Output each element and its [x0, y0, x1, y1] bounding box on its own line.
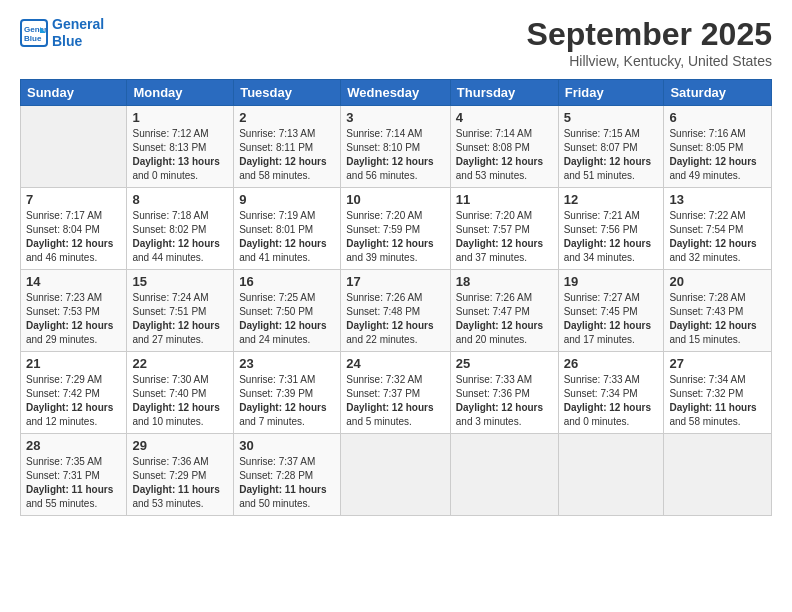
day-number: 22 — [132, 356, 228, 371]
day-info: Sunrise: 7:20 AMSunset: 7:57 PMDaylight:… — [456, 209, 553, 265]
day-number: 7 — [26, 192, 121, 207]
day-number: 1 — [132, 110, 228, 125]
calendar-cell: 3Sunrise: 7:14 AMSunset: 8:10 PMDaylight… — [341, 106, 451, 188]
col-wednesday: Wednesday — [341, 80, 451, 106]
calendar-table: Sunday Monday Tuesday Wednesday Thursday… — [20, 79, 772, 516]
day-number: 30 — [239, 438, 335, 453]
calendar-cell: 5Sunrise: 7:15 AMSunset: 8:07 PMDaylight… — [558, 106, 664, 188]
calendar-cell — [341, 434, 451, 516]
calendar-cell — [450, 434, 558, 516]
day-number: 3 — [346, 110, 445, 125]
day-number: 11 — [456, 192, 553, 207]
calendar-cell: 6Sunrise: 7:16 AMSunset: 8:05 PMDaylight… — [664, 106, 772, 188]
day-number: 9 — [239, 192, 335, 207]
day-number: 10 — [346, 192, 445, 207]
calendar-cell: 8Sunrise: 7:18 AMSunset: 8:02 PMDaylight… — [127, 188, 234, 270]
calendar-cell: 22Sunrise: 7:30 AMSunset: 7:40 PMDayligh… — [127, 352, 234, 434]
calendar-cell: 17Sunrise: 7:26 AMSunset: 7:48 PMDayligh… — [341, 270, 451, 352]
calendar-cell: 24Sunrise: 7:32 AMSunset: 7:37 PMDayligh… — [341, 352, 451, 434]
logo: General Blue General Blue — [20, 16, 104, 50]
day-info: Sunrise: 7:20 AMSunset: 7:59 PMDaylight:… — [346, 209, 445, 265]
calendar-cell: 14Sunrise: 7:23 AMSunset: 7:53 PMDayligh… — [21, 270, 127, 352]
calendar-cell — [664, 434, 772, 516]
col-thursday: Thursday — [450, 80, 558, 106]
day-info: Sunrise: 7:16 AMSunset: 8:05 PMDaylight:… — [669, 127, 766, 183]
calendar-cell: 25Sunrise: 7:33 AMSunset: 7:36 PMDayligh… — [450, 352, 558, 434]
day-number: 28 — [26, 438, 121, 453]
day-info: Sunrise: 7:35 AMSunset: 7:31 PMDaylight:… — [26, 455, 121, 511]
day-number: 24 — [346, 356, 445, 371]
header: General Blue General Blue September 2025… — [20, 16, 772, 69]
calendar-cell: 29Sunrise: 7:36 AMSunset: 7:29 PMDayligh… — [127, 434, 234, 516]
day-info: Sunrise: 7:30 AMSunset: 7:40 PMDaylight:… — [132, 373, 228, 429]
calendar-cell — [558, 434, 664, 516]
day-info: Sunrise: 7:34 AMSunset: 7:32 PMDaylight:… — [669, 373, 766, 429]
day-number: 4 — [456, 110, 553, 125]
calendar-week-3: 14Sunrise: 7:23 AMSunset: 7:53 PMDayligh… — [21, 270, 772, 352]
calendar-cell: 9Sunrise: 7:19 AMSunset: 8:01 PMDaylight… — [234, 188, 341, 270]
day-number: 2 — [239, 110, 335, 125]
col-saturday: Saturday — [664, 80, 772, 106]
day-number: 21 — [26, 356, 121, 371]
day-number: 8 — [132, 192, 228, 207]
day-number: 13 — [669, 192, 766, 207]
calendar-cell: 16Sunrise: 7:25 AMSunset: 7:50 PMDayligh… — [234, 270, 341, 352]
col-tuesday: Tuesday — [234, 80, 341, 106]
day-info: Sunrise: 7:32 AMSunset: 7:37 PMDaylight:… — [346, 373, 445, 429]
calendar-cell: 27Sunrise: 7:34 AMSunset: 7:32 PMDayligh… — [664, 352, 772, 434]
day-info: Sunrise: 7:31 AMSunset: 7:39 PMDaylight:… — [239, 373, 335, 429]
day-info: Sunrise: 7:22 AMSunset: 7:54 PMDaylight:… — [669, 209, 766, 265]
day-info: Sunrise: 7:29 AMSunset: 7:42 PMDaylight:… — [26, 373, 121, 429]
page: General Blue General Blue September 2025… — [0, 0, 792, 612]
col-friday: Friday — [558, 80, 664, 106]
day-info: Sunrise: 7:26 AMSunset: 7:47 PMDaylight:… — [456, 291, 553, 347]
day-number: 6 — [669, 110, 766, 125]
calendar-cell: 11Sunrise: 7:20 AMSunset: 7:57 PMDayligh… — [450, 188, 558, 270]
day-number: 14 — [26, 274, 121, 289]
calendar-cell: 21Sunrise: 7:29 AMSunset: 7:42 PMDayligh… — [21, 352, 127, 434]
day-number: 5 — [564, 110, 659, 125]
calendar-cell: 15Sunrise: 7:24 AMSunset: 7:51 PMDayligh… — [127, 270, 234, 352]
calendar-cell: 13Sunrise: 7:22 AMSunset: 7:54 PMDayligh… — [664, 188, 772, 270]
calendar-cell: 10Sunrise: 7:20 AMSunset: 7:59 PMDayligh… — [341, 188, 451, 270]
day-info: Sunrise: 7:21 AMSunset: 7:56 PMDaylight:… — [564, 209, 659, 265]
day-info: Sunrise: 7:18 AMSunset: 8:02 PMDaylight:… — [132, 209, 228, 265]
day-info: Sunrise: 7:36 AMSunset: 7:29 PMDaylight:… — [132, 455, 228, 511]
day-number: 23 — [239, 356, 335, 371]
calendar-week-5: 28Sunrise: 7:35 AMSunset: 7:31 PMDayligh… — [21, 434, 772, 516]
col-monday: Monday — [127, 80, 234, 106]
day-number: 20 — [669, 274, 766, 289]
day-info: Sunrise: 7:14 AMSunset: 8:08 PMDaylight:… — [456, 127, 553, 183]
day-number: 17 — [346, 274, 445, 289]
calendar-week-2: 7Sunrise: 7:17 AMSunset: 8:04 PMDaylight… — [21, 188, 772, 270]
day-info: Sunrise: 7:17 AMSunset: 8:04 PMDaylight:… — [26, 209, 121, 265]
day-info: Sunrise: 7:13 AMSunset: 8:11 PMDaylight:… — [239, 127, 335, 183]
calendar-header-row: Sunday Monday Tuesday Wednesday Thursday… — [21, 80, 772, 106]
calendar-cell: 23Sunrise: 7:31 AMSunset: 7:39 PMDayligh… — [234, 352, 341, 434]
day-info: Sunrise: 7:24 AMSunset: 7:51 PMDaylight:… — [132, 291, 228, 347]
title-block: September 2025 Hillview, Kentucky, Unite… — [527, 16, 772, 69]
day-number: 26 — [564, 356, 659, 371]
day-number: 16 — [239, 274, 335, 289]
day-number: 18 — [456, 274, 553, 289]
calendar-cell: 12Sunrise: 7:21 AMSunset: 7:56 PMDayligh… — [558, 188, 664, 270]
day-number: 15 — [132, 274, 228, 289]
calendar-cell: 18Sunrise: 7:26 AMSunset: 7:47 PMDayligh… — [450, 270, 558, 352]
calendar-cell: 19Sunrise: 7:27 AMSunset: 7:45 PMDayligh… — [558, 270, 664, 352]
day-number: 29 — [132, 438, 228, 453]
day-number: 12 — [564, 192, 659, 207]
calendar-cell: 26Sunrise: 7:33 AMSunset: 7:34 PMDayligh… — [558, 352, 664, 434]
day-info: Sunrise: 7:28 AMSunset: 7:43 PMDaylight:… — [669, 291, 766, 347]
day-info: Sunrise: 7:27 AMSunset: 7:45 PMDaylight:… — [564, 291, 659, 347]
calendar-week-1: 1Sunrise: 7:12 AMSunset: 8:13 PMDaylight… — [21, 106, 772, 188]
calendar-week-4: 21Sunrise: 7:29 AMSunset: 7:42 PMDayligh… — [21, 352, 772, 434]
month-title: September 2025 — [527, 16, 772, 53]
calendar-cell: 1Sunrise: 7:12 AMSunset: 8:13 PMDaylight… — [127, 106, 234, 188]
day-info: Sunrise: 7:23 AMSunset: 7:53 PMDaylight:… — [26, 291, 121, 347]
day-info: Sunrise: 7:37 AMSunset: 7:28 PMDaylight:… — [239, 455, 335, 511]
day-info: Sunrise: 7:33 AMSunset: 7:34 PMDaylight:… — [564, 373, 659, 429]
day-info: Sunrise: 7:15 AMSunset: 8:07 PMDaylight:… — [564, 127, 659, 183]
calendar-cell: 2Sunrise: 7:13 AMSunset: 8:11 PMDaylight… — [234, 106, 341, 188]
calendar-cell: 30Sunrise: 7:37 AMSunset: 7:28 PMDayligh… — [234, 434, 341, 516]
calendar-cell — [21, 106, 127, 188]
